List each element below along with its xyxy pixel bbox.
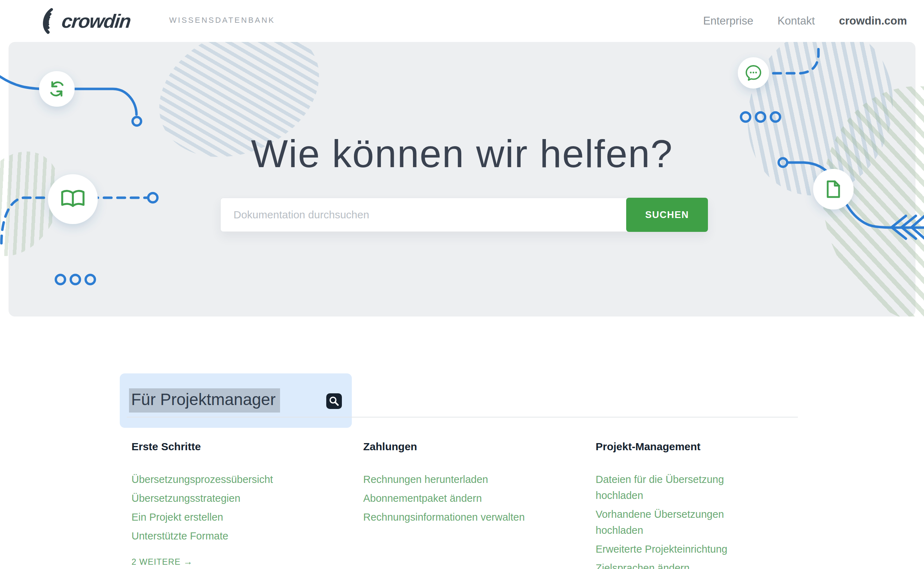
- search-button[interactable]: SUCHEN: [626, 198, 708, 232]
- column-zahlungen: Zahlungen Rechnungen herunterladenAbonne…: [363, 440, 534, 528]
- header-nav: Enterprise Kontakt crowdin.com: [703, 0, 907, 42]
- article-link[interactable]: Erweiterte Projekteinrichtung: [596, 541, 766, 557]
- article-link[interactable]: Rechnungsinformationen verwalten: [363, 509, 534, 525]
- article-link[interactable]: Vorhandene Übersetzungen hochladen: [596, 507, 766, 539]
- column-heading: Zahlungen: [363, 440, 534, 453]
- hero-panel: [9, 42, 915, 316]
- article-link[interactable]: Übersetzungsprozessübersicht: [132, 472, 302, 488]
- page-title: Wie können wir helfen?: [0, 131, 924, 176]
- column-erste-schritte: Erste Schritte Übersetzungsprozessübersi…: [132, 440, 302, 567]
- article-links: Rechnungen herunterladenAbonnementpaket …: [363, 472, 534, 525]
- section-title: Für Projektmanager: [129, 388, 280, 412]
- nav-enterprise[interactable]: Enterprise: [703, 15, 753, 27]
- column-projekt-management: Projekt-Management Dateien für die Übers…: [596, 440, 766, 569]
- logo-wordmark: crowdin: [61, 10, 132, 32]
- crowdin-logo[interactable]: crowdin: [21, 5, 130, 37]
- nav-kontakt[interactable]: Kontakt: [778, 15, 815, 27]
- article-link[interactable]: Abonnementpaket ändern: [363, 490, 534, 507]
- column-heading: Erste Schritte: [132, 440, 302, 453]
- search-icon: [327, 394, 341, 408]
- section-search-button[interactable]: [326, 393, 342, 409]
- column-heading: Projekt-Management: [596, 440, 766, 453]
- article-link[interactable]: Übersetzungsstrategien: [132, 490, 302, 507]
- documentation-search: SUCHEN: [220, 198, 708, 232]
- top-navigation-bar: crowdin WISSENSDATENBANK Enterprise Kont…: [0, 0, 924, 42]
- crowdin-logo-icon: [21, 5, 60, 37]
- article-link[interactable]: Rechnungen herunterladen: [363, 472, 534, 488]
- arrow-right-icon: →: [184, 556, 193, 567]
- article-link[interactable]: Zielsprachen ändern: [596, 560, 766, 569]
- article-links: Dateien für die Übersetzung hochladenVor…: [596, 472, 766, 569]
- article-link[interactable]: Unterstützte Formate: [132, 528, 302, 544]
- more-link[interactable]: 2 WEITERE →: [132, 556, 302, 567]
- article-link[interactable]: Dateien für die Übersetzung hochladen: [596, 472, 766, 504]
- section-divider: [127, 417, 798, 417]
- nav-crowdin-com[interactable]: crowdin.com: [839, 15, 907, 27]
- article-link[interactable]: Ein Projekt erstellen: [132, 509, 302, 525]
- knowledge-base-label: WISSENSDATENBANK: [169, 16, 275, 25]
- search-input[interactable]: [220, 198, 628, 232]
- article-links: ÜbersetzungsprozessübersichtÜbersetzungs…: [132, 472, 302, 544]
